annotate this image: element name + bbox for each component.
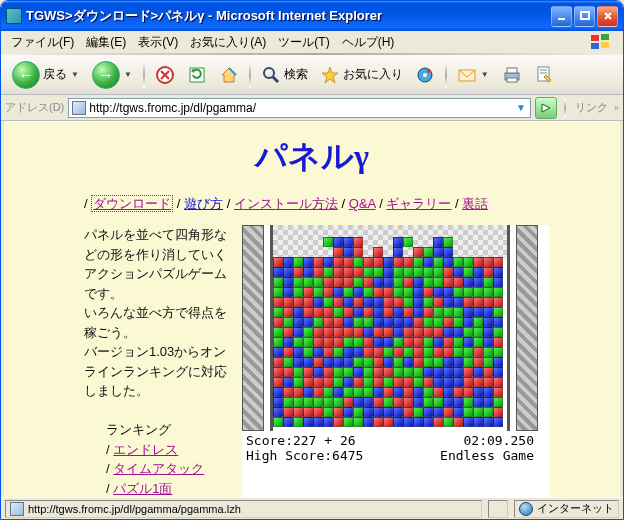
description: パネルを並べて四角形などの形を作り消していくアクションパズルゲームです。 いろん… bbox=[84, 225, 234, 497]
svg-rect-16 bbox=[507, 78, 517, 82]
maximize-button[interactable] bbox=[574, 6, 595, 27]
chevron-down-icon[interactable]: ▼ bbox=[515, 102, 527, 113]
forward-button[interactable]: →▼ bbox=[87, 60, 138, 90]
chevron-down-icon: ▼ bbox=[70, 70, 80, 79]
status-zone: インターネット bbox=[537, 501, 614, 516]
svg-rect-0 bbox=[558, 18, 565, 20]
go-button[interactable] bbox=[535, 97, 557, 119]
toolbar: ←戻る▼ →▼ 検索 お気に入り ▼ bbox=[1, 55, 623, 95]
page-content: パネルγ / ダウンロード / 遊び方 / インストール方法 / Q&A / ギ… bbox=[1, 121, 623, 497]
ranking-heading: ランキング bbox=[84, 420, 234, 440]
score-value: 227 + 26 bbox=[293, 433, 356, 448]
svg-point-8 bbox=[264, 68, 274, 78]
back-label: 戻る bbox=[43, 66, 67, 83]
rank-endless[interactable]: エンドレス bbox=[113, 442, 178, 457]
svg-rect-15 bbox=[507, 68, 517, 73]
nav-download[interactable]: ダウンロード bbox=[91, 195, 173, 212]
addressbar: アドレス(D) http://tgws.fromc.jp/dl/pgamma/ … bbox=[1, 95, 623, 121]
status-url: http://tgws.fromc.jp/dl/pgamma/pgamma.lz… bbox=[28, 503, 241, 515]
globe-icon bbox=[519, 502, 533, 516]
page-nav: / ダウンロード / 遊び方 / インストール方法 / Q&A / ギャラリー … bbox=[14, 193, 610, 225]
rank-timeattack[interactable]: タイムアタック bbox=[113, 461, 204, 476]
address-input[interactable]: http://tgws.fromc.jp/dl/pgamma/ ▼ bbox=[68, 98, 531, 118]
address-label: アドレス(D) bbox=[5, 100, 64, 115]
score-label: Score: bbox=[246, 433, 293, 448]
rank-puzzle1[interactable]: パズル1面 bbox=[113, 481, 172, 496]
search-button[interactable]: 検索 bbox=[256, 60, 313, 90]
print-button[interactable] bbox=[497, 60, 527, 90]
nav-howtoplay[interactable]: 遊び方 bbox=[184, 196, 223, 211]
desc-p2: いろんな並べ方で得点を稼ごう。 bbox=[84, 303, 234, 342]
menu-view[interactable]: 表示(V) bbox=[132, 32, 184, 53]
desc-p1: パネルを並べて四角形などの形を作り消していくアクションパズルゲームです。 bbox=[84, 225, 234, 303]
windows-flag-icon bbox=[585, 32, 619, 52]
favorites-label: お気に入り bbox=[343, 66, 403, 83]
home-button[interactable] bbox=[214, 60, 244, 90]
menu-tools[interactable]: ツール(T) bbox=[272, 32, 335, 53]
links-label[interactable]: リンク bbox=[573, 100, 610, 115]
search-label: 検索 bbox=[284, 66, 308, 83]
svg-rect-4 bbox=[591, 43, 599, 49]
favorites-button[interactable]: お気に入り bbox=[315, 60, 408, 90]
refresh-button[interactable] bbox=[182, 60, 212, 90]
hiscore-value: 6475 bbox=[332, 448, 363, 463]
svg-point-12 bbox=[427, 69, 431, 73]
menu-edit[interactable]: 編集(E) bbox=[80, 32, 132, 53]
time-value: 02:09.250 bbox=[464, 433, 534, 448]
svg-rect-5 bbox=[601, 42, 609, 48]
media-button[interactable] bbox=[410, 60, 440, 90]
page-icon bbox=[72, 101, 86, 115]
nav-qa[interactable]: Q&A bbox=[349, 196, 376, 211]
stop-button[interactable] bbox=[150, 60, 180, 90]
minimize-button[interactable] bbox=[551, 6, 572, 27]
svg-rect-2 bbox=[591, 35, 599, 41]
menu-file[interactable]: ファイル(F) bbox=[5, 32, 80, 53]
close-button[interactable] bbox=[597, 6, 618, 27]
hiscore-label: High Score: bbox=[246, 448, 332, 463]
chevron-down-icon: ▼ bbox=[123, 70, 133, 79]
menu-help[interactable]: ヘルプ(H) bbox=[336, 32, 401, 53]
nav-install[interactable]: インストール方法 bbox=[234, 196, 338, 211]
svg-line-9 bbox=[273, 77, 278, 82]
page-heading: パネルγ bbox=[14, 135, 610, 179]
window-title: TGWS>ダウンロード>パネルγ - Microsoft Internet Ex… bbox=[26, 7, 551, 25]
statusbar: http://tgws.fromc.jp/dl/pgamma/pgamma.lz… bbox=[1, 497, 623, 519]
mail-button[interactable]: ▼ bbox=[452, 60, 495, 90]
nav-story[interactable]: 裏話 bbox=[462, 196, 488, 211]
svg-point-11 bbox=[423, 73, 427, 77]
address-url: http://tgws.fromc.jp/dl/pgamma/ bbox=[89, 101, 512, 115]
nav-gallery[interactable]: ギャラリー bbox=[386, 196, 451, 211]
titlebar: TGWS>ダウンロード>パネルγ - Microsoft Internet Ex… bbox=[1, 1, 623, 31]
game-screenshot: Score:227 + 2602:09.250 High Score:6475E… bbox=[242, 225, 550, 497]
back-button[interactable]: ←戻る▼ bbox=[7, 60, 85, 90]
svg-rect-3 bbox=[601, 34, 609, 40]
edit-button[interactable] bbox=[529, 60, 559, 90]
menubar: ファイル(F) 編集(E) 表示(V) お気に入り(A) ツール(T) ヘルプ(… bbox=[1, 31, 623, 53]
mode-value: Endless Game bbox=[440, 448, 534, 463]
menu-favorites[interactable]: お気に入り(A) bbox=[184, 32, 272, 53]
chevron-down-icon: ▼ bbox=[480, 70, 490, 79]
desc-p3: バージョン1.03からオンラインランキングに対応しました。 bbox=[84, 342, 234, 401]
ie-icon bbox=[6, 8, 22, 24]
page-icon bbox=[10, 502, 24, 516]
svg-rect-1 bbox=[581, 12, 589, 19]
